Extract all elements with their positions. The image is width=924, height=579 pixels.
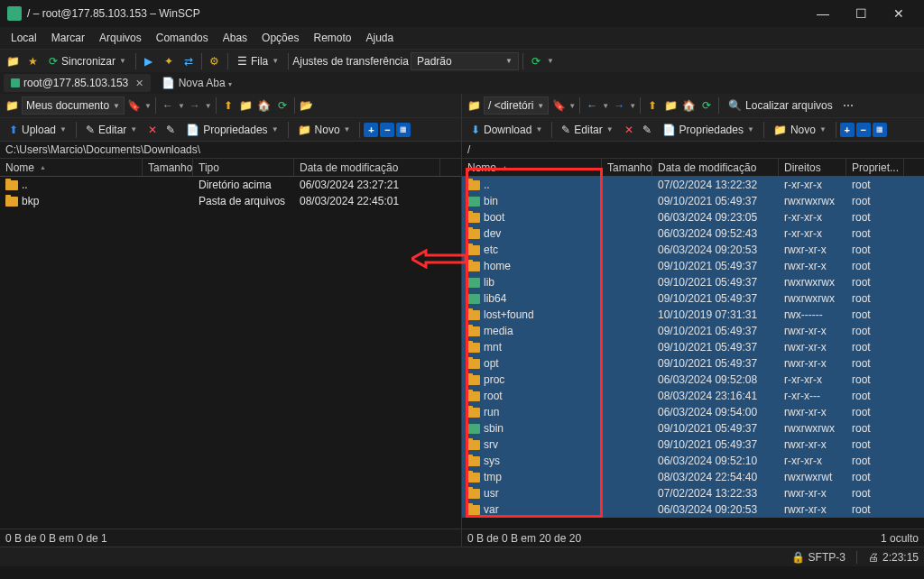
remote-refresh-icon[interactable]: ⟳ (698, 97, 715, 114)
remote-select-plus-icon[interactable]: + (840, 123, 855, 137)
table-row[interactable]: home09/10/2021 05:49:37rwxr-xr-xroot (462, 258, 924, 274)
close-button[interactable]: ✕ (881, 1, 917, 26)
rcol-perm[interactable]: Direitos (779, 159, 846, 176)
local-dir-selector[interactable]: Meus documento ▼ (22, 96, 125, 115)
upload-button[interactable]: ⬆ Upload ▼ (4, 122, 72, 138)
select-minus-icon[interactable]: − (380, 123, 394, 137)
remote-back-icon[interactable]: ← (584, 97, 600, 114)
browse-icon[interactable]: ▶ (140, 52, 158, 70)
more-icon[interactable]: ⋯ (840, 97, 856, 114)
remote-properties-button[interactable]: 📄 Propriedades ▼ (657, 122, 760, 138)
col-date[interactable]: Data de modificação (294, 159, 440, 176)
table-row[interactable]: root08/03/2024 23:16:41r-xr-x---root (462, 388, 924, 404)
remote-new-button[interactable]: 📁 Novo ▼ (768, 122, 832, 138)
menu-abas[interactable]: Abas (216, 29, 254, 47)
root-icon[interactable]: 📁 (238, 97, 254, 114)
lock-icon[interactable]: 🔒 (791, 551, 805, 564)
table-row[interactable]: etc06/03/2024 09:20:53rwxr-xr-xroot (462, 242, 924, 258)
minimize-button[interactable]: — (805, 1, 841, 26)
menu-ajuda[interactable]: Ajuda (359, 29, 402, 47)
menu-marcar[interactable]: Marcar (44, 29, 92, 47)
table-row[interactable]: lost+found10/10/2019 07:31:31rwx------ro… (462, 307, 924, 323)
select-all-icon[interactable]: ▦ (396, 123, 411, 137)
col-name[interactable]: Nome (0, 159, 143, 176)
remote-edit-button[interactable]: ✎ Editar ▼ (556, 122, 618, 138)
rcol-date[interactable]: Data de modificação (652, 159, 779, 176)
local-file-list[interactable]: ..Diretório acima06/03/2024 23:27:21bkpP… (0, 177, 461, 528)
maximize-button[interactable]: ☐ (843, 1, 879, 26)
col-size[interactable]: Tamanho (143, 159, 193, 176)
table-row[interactable]: tmp08/03/2024 22:54:40rwxrwxrwtroot (462, 469, 924, 485)
table-row[interactable]: var06/03/2024 09:20:53rwxr-xr-xroot (462, 501, 924, 518)
sync-button[interactable]: ⟳ Sincronizar ▼ (43, 53, 132, 69)
table-row[interactable]: dev06/03/2024 09:52:43r-xr-xr-xroot (462, 225, 924, 242)
open-icon[interactable]: 📁 (4, 52, 22, 70)
local-path[interactable]: C:\Users\Marcio\Documents\Downloads\ (0, 141, 461, 159)
bookmark-icon[interactable]: 🔖 (126, 97, 143, 114)
table-row[interactable]: ..Diretório acima06/03/2024 23:27:21 (0, 177, 461, 193)
remote-forward-icon[interactable]: → (611, 97, 627, 114)
table-row[interactable]: boot06/03/2024 09:23:05r-xr-xr-xroot (462, 209, 924, 225)
explorer-icon[interactable]: 📂 (299, 97, 315, 114)
col-type[interactable]: Tipo (193, 159, 294, 176)
remote-select-all-icon[interactable]: ▦ (873, 123, 887, 137)
table-row[interactable]: run06/03/2024 09:54:00rwxr-xr-xroot (462, 404, 924, 420)
table-row[interactable]: ..07/02/2024 13:22:32r-xr-xr-xroot (462, 177, 924, 193)
gear-icon[interactable]: ⚙ (206, 52, 224, 70)
remote-root-icon[interactable]: 📁 (662, 97, 679, 114)
menu-opcoes[interactable]: Opções (254, 29, 306, 47)
transfer-dropdown[interactable]: Padrão ▼ (411, 52, 519, 70)
rcol-own[interactable]: Propriet... (846, 159, 904, 176)
table-row[interactable]: mnt09/10/2021 05:49:37rwxr-xr-xroot (462, 339, 924, 355)
remote-drive-icon[interactable]: 📁 (466, 97, 482, 114)
new-tab-button[interactable]: 📄 Nova Aba ▾ (154, 74, 239, 92)
local-drive-icon[interactable]: 📁 (4, 97, 20, 114)
rcol-name[interactable]: Nome (462, 159, 602, 176)
home-icon[interactable]: 🏠 (256, 97, 273, 114)
remote-file-list[interactable]: ..07/02/2024 13:22:32r-xr-xr-xrootbin09/… (462, 177, 924, 528)
menu-arquivos[interactable]: Arquivos (92, 29, 149, 47)
remote-up-icon[interactable]: ⬆ (644, 97, 661, 114)
queue-button[interactable]: ☰ Fila ▼ (232, 53, 284, 69)
back-icon[interactable]: ← (160, 97, 176, 114)
table-row[interactable]: srv09/10/2021 05:49:37rwxr-xr-xroot (462, 437, 924, 453)
table-row[interactable]: proc06/03/2024 09:52:08r-xr-xr-xroot (462, 372, 924, 388)
tab-close-icon[interactable]: ✕ (135, 78, 143, 89)
remote-home-icon[interactable]: 🏠 (680, 97, 697, 114)
table-row[interactable]: opt09/10/2021 05:49:37rwxr-xr-xroot (462, 355, 924, 372)
table-row[interactable]: media09/10/2021 05:49:37rwxr-xr-xroot (462, 323, 924, 339)
rename-icon[interactable]: ✎ (162, 122, 179, 138)
refresh-local-icon[interactable]: ⟳ (274, 97, 291, 114)
up-icon[interactable]: ⬆ (220, 97, 236, 114)
properties-button[interactable]: 📄 Propriedades ▼ (180, 122, 283, 138)
rcol-size[interactable]: Tamanho (602, 159, 652, 176)
menu-comandos[interactable]: Comandos (149, 29, 216, 47)
table-row[interactable]: bin09/10/2021 05:49:37rwxrwxrwxroot (462, 193, 924, 209)
forward-icon[interactable]: → (187, 97, 203, 114)
delete-icon[interactable]: ✕ (144, 122, 161, 138)
star-icon[interactable]: ✦ (160, 52, 178, 70)
remote-path[interactable]: / (462, 141, 924, 159)
download-button[interactable]: ⬇ Download ▼ (466, 122, 548, 138)
tab-session[interactable]: root@177.85.103.153 ✕ (4, 74, 151, 92)
table-row[interactable]: lib09/10/2021 05:49:37rwxrwxrwxroot (462, 274, 924, 290)
select-plus-icon[interactable]: + (364, 123, 378, 137)
table-row[interactable]: bkpPasta de arquivos08/03/2024 22:45:01 (0, 193, 461, 209)
edit-button[interactable]: ✎ Editar ▼ (80, 122, 143, 138)
table-row[interactable]: sbin09/10/2021 05:49:37rwxrwxrwxroot (462, 420, 924, 437)
table-row[interactable]: usr07/02/2024 13:22:33rwxr-xr-xroot (462, 485, 924, 501)
find-files-button[interactable]: 🔍 Localizar arquivos (723, 97, 838, 114)
compare-icon[interactable]: ⇄ (180, 52, 198, 70)
new-button[interactable]: 📁 Novo ▼ (292, 122, 356, 138)
table-row[interactable]: lib6409/10/2021 05:49:37rwxrwxrwxroot (462, 290, 924, 307)
remote-select-minus-icon[interactable]: − (856, 123, 871, 137)
remote-rename-icon[interactable]: ✎ (639, 122, 655, 138)
menu-local[interactable]: Local (4, 29, 44, 47)
remote-delete-icon[interactable]: ✕ (621, 122, 637, 138)
remote-dir-selector[interactable]: / <diretóri ▼ (484, 96, 549, 115)
refresh-icon[interactable]: ⟳ (527, 52, 545, 70)
favorites-icon[interactable]: ★ (23, 52, 42, 70)
menu-remoto[interactable]: Remoto (306, 29, 358, 47)
remote-bookmark-icon[interactable]: 🔖 (550, 97, 567, 114)
table-row[interactable]: sys06/03/2024 09:52:10r-xr-xr-xroot (462, 453, 924, 469)
